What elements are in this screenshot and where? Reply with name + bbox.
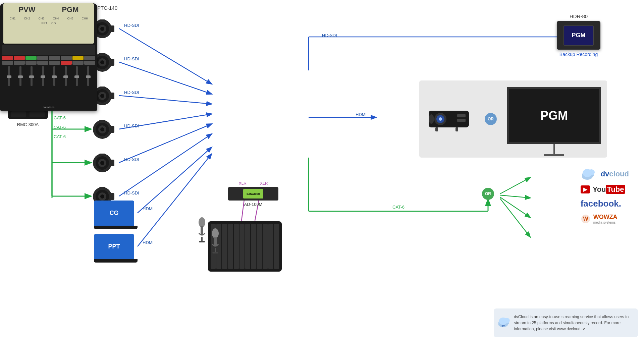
svg-rect-44 xyxy=(11,111,26,117)
svg-point-88 xyxy=(429,114,434,124)
svg-rect-90 xyxy=(455,127,458,131)
wowza-label: WOWZA xyxy=(593,214,618,221)
svg-point-95 xyxy=(212,228,219,238)
mc6 xyxy=(239,224,245,269)
diagram-container: PTC-140 RMC-300A xyxy=(0,3,644,340)
svg-line-13 xyxy=(119,134,211,196)
svg-point-91 xyxy=(199,217,205,227)
hdr80-pgm-label: PGM xyxy=(572,32,585,39)
fader-4 xyxy=(42,66,44,86)
svg-point-55 xyxy=(100,60,104,64)
mc12 xyxy=(274,224,279,269)
mc3 xyxy=(222,224,227,269)
cat6-label-4: CAT-6 xyxy=(54,115,66,120)
svg-rect-89 xyxy=(435,127,438,131)
wowza-text-block: WOWZA media systems xyxy=(593,214,618,224)
svg-line-14 xyxy=(138,148,211,213)
btn-16 xyxy=(84,61,95,65)
svg-rect-80 xyxy=(99,187,106,190)
fader-6 xyxy=(65,66,67,86)
btn-9 xyxy=(2,61,13,65)
wowza-icon: W xyxy=(581,214,591,224)
svg-rect-97 xyxy=(215,248,216,252)
hdsdi-label-6: HD-SDI xyxy=(124,190,139,195)
svg-rect-92 xyxy=(201,226,203,235)
hs3200-screen-row2: CH1 CH2 CH3 CH4 CH5 CH6 xyxy=(5,17,92,20)
mc10 xyxy=(263,224,268,269)
youtube-service: ▶ YouTube xyxy=(581,185,629,194)
svg-rect-62 xyxy=(99,87,106,89)
ppt-laptop-base xyxy=(94,259,138,263)
mc8 xyxy=(251,224,256,269)
btn-1 xyxy=(2,56,13,60)
wowza-sub: media systems xyxy=(593,221,618,224)
hs3200-screen: PVW PGM CH1 CH2 CH3 CH4 CH5 CH6 PPT CG xyxy=(3,3,94,44)
dvcloud-icon xyxy=(581,168,597,180)
ad100m-device: XLR XLR DATAVIDEO AD-100M xyxy=(228,181,278,207)
fader-5 xyxy=(53,66,55,86)
ad100m-screen: DATAVIDEO xyxy=(243,189,263,199)
svg-text:W: W xyxy=(583,216,588,222)
btn-7 xyxy=(72,56,84,60)
btn-10 xyxy=(14,61,25,65)
svg-rect-63 xyxy=(109,93,114,99)
svg-rect-57 xyxy=(109,59,114,66)
svg-rect-98 xyxy=(212,252,218,253)
dvcloud-info-text: dvCloud is an easy-to-use streaming serv… xyxy=(514,315,629,331)
cg-label: CG xyxy=(51,21,56,25)
or-badge-projector: OR xyxy=(485,113,497,125)
dvcloud-service: dvcloud xyxy=(581,168,629,180)
btn-8 xyxy=(84,56,95,60)
svg-line-25 xyxy=(500,199,530,237)
cg-label-text: CG xyxy=(110,210,119,217)
screen-icon: PGM xyxy=(507,87,601,156)
hdmi-cg-label: HDMI xyxy=(143,206,154,211)
ch2: CH2 xyxy=(24,17,30,20)
youtube-label: YouTube xyxy=(593,185,625,194)
svg-rect-50 xyxy=(99,19,106,22)
hdmi-projector-label: HDMI xyxy=(356,112,367,117)
btn-3 xyxy=(25,56,37,60)
projection-screen: PGM xyxy=(507,87,601,144)
wowza-service: W WOWZA media systems xyxy=(581,214,629,224)
ch4: CH4 xyxy=(53,17,59,20)
hs3200-buttons xyxy=(2,56,95,65)
ch5: CH5 xyxy=(67,17,73,20)
camera-5-icon xyxy=(89,150,116,174)
xlr-right-label: XLR xyxy=(260,181,268,186)
ppt-laptop: PPT xyxy=(94,234,138,263)
mc5 xyxy=(234,224,239,269)
ad100m-label: AD-100M xyxy=(244,202,263,207)
btn-6 xyxy=(61,56,72,60)
fader-3 xyxy=(31,66,33,86)
mic-1-svg xyxy=(196,216,208,243)
cat6-label-5: CAT-6 xyxy=(54,125,66,130)
hs3200-faders xyxy=(3,66,94,86)
btn-12 xyxy=(37,61,48,65)
fader-8 xyxy=(87,66,89,86)
svg-line-23 xyxy=(500,195,530,198)
hs3200-screen-row1: PVW PGM xyxy=(5,5,92,14)
hdr80-screen: PGM xyxy=(564,25,594,46)
streaming-area: dvcloud ▶ YouTube facebook. W WOWZA medi… xyxy=(581,168,629,224)
svg-rect-56 xyxy=(99,53,106,56)
xlr-left-label: XLR xyxy=(239,181,247,186)
ptc140-label: PTC-140 xyxy=(97,5,117,11)
cat6-stream-label: CAT-6 xyxy=(392,205,405,210)
svg-rect-74 xyxy=(99,154,106,156)
ppt-label: PPT xyxy=(41,21,47,25)
hdr80-label-top: HDR-80 xyxy=(570,13,588,19)
hdsdi-label-4: HD-SDI xyxy=(124,123,139,128)
svg-rect-93 xyxy=(201,237,203,241)
hs3200-controls xyxy=(2,45,95,55)
fader-7 xyxy=(76,66,78,86)
svg-rect-94 xyxy=(199,241,205,242)
svg-rect-75 xyxy=(109,160,114,166)
svg-point-73 xyxy=(100,161,104,165)
cg-laptop-screen: CG xyxy=(94,201,134,226)
projector-icon xyxy=(425,104,479,134)
hdsdi-label-2: HD-SDI xyxy=(124,56,139,61)
dvcloud-info-icon: dv xyxy=(497,316,512,329)
svg-line-24 xyxy=(500,197,530,217)
pvw-label: PVW xyxy=(18,5,35,14)
